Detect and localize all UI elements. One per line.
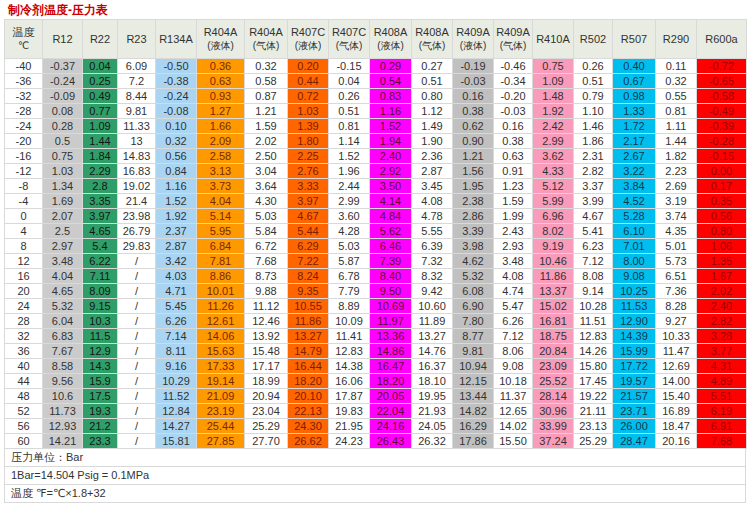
table-row: 204.658.09/4.7110.019.889.357.799.509.42… — [5, 284, 747, 299]
table-notes: 压力单位：Bar 1Bar=14.504 Psig = 0.1MPa 温度 ℉=… — [4, 449, 746, 503]
temperature-cell: 12 — [5, 254, 43, 269]
pressure-cell: 1.90 — [412, 134, 453, 149]
pressure-cell: 5.87 — [329, 254, 370, 269]
pressure-cell: 4.33 — [533, 164, 574, 179]
pressure-cell: 11.97 — [370, 314, 412, 329]
pressure-cell: 14.06 — [197, 329, 245, 344]
pressure-cell: 9.16 — [156, 359, 197, 374]
table-row: -121.032.2916.830.843.133.042.761.962.92… — [5, 164, 747, 179]
pressure-cell: 2.82 — [574, 164, 613, 179]
pressure-cell: 12.61 — [197, 314, 245, 329]
pressure-cell: 1.12 — [412, 104, 453, 119]
pressure-cell: 16.29 — [453, 419, 494, 434]
column-header: R502 — [574, 20, 613, 59]
pressure-cell: 3.22 — [613, 164, 656, 179]
pressure-cell: 1.33 — [613, 104, 656, 119]
pressure-cell: 5.44 — [288, 224, 329, 239]
pressure-cell: 2.87 — [156, 239, 197, 254]
pressure-cell: 11.41 — [329, 329, 370, 344]
pressure-cell: 1.67 — [697, 269, 747, 284]
pressure-cell: 14.02 — [494, 419, 533, 434]
pressure-cell: 15.02 — [533, 299, 574, 314]
pressure-cell: 5.01 — [656, 239, 697, 254]
pressure-cell: 29.83 — [118, 239, 156, 254]
pressure-cell: 0.32 — [156, 134, 197, 149]
pressure-cell: 24.16 — [370, 419, 412, 434]
pressure-cell: 2.02 — [697, 284, 747, 299]
pressure-cell: 10.29 — [156, 374, 197, 389]
pressure-cell: 4.84 — [370, 209, 412, 224]
pressure-cell: 0.63 — [197, 74, 245, 89]
pressure-cell: 14.38 — [329, 359, 370, 374]
pressure-cell: 2.38 — [453, 194, 494, 209]
pressure-cell: / — [118, 284, 156, 299]
pressure-cell: 33.99 — [533, 419, 574, 434]
pressure-cell: 0.5 — [43, 134, 83, 149]
pressure-cell: 8.24 — [288, 269, 329, 284]
pressure-cell: -0.09 — [43, 89, 83, 104]
pressure-cell: 24.05 — [412, 419, 453, 434]
temperature-cell: -16 — [5, 149, 43, 164]
pressure-cell: 0.77 — [83, 104, 118, 119]
pressure-cell: 0.54 — [370, 74, 412, 89]
pressure-table: 温度℃R12R22R23R134AR404A(液体)R404A(气体)R407C… — [4, 19, 747, 449]
column-header: R134A — [156, 20, 197, 59]
pressure-cell: 0.75 — [43, 149, 83, 164]
pressure-cell: 1.03 — [288, 104, 329, 119]
pressure-cell: 2.42 — [533, 119, 574, 134]
pressure-cell: 14.82 — [453, 404, 494, 419]
pressure-cell: 1.06 — [697, 239, 747, 254]
temperature-cell: 24 — [5, 299, 43, 314]
pressure-cell: 0.63 — [494, 149, 533, 164]
column-header: R407C(液体) — [288, 20, 329, 59]
pressure-cell: 7.79 — [329, 284, 370, 299]
pressure-cell: 4.04 — [43, 269, 83, 284]
pressure-cell: 0.55 — [656, 89, 697, 104]
pressure-cell: 3.73 — [197, 179, 245, 194]
pressure-cell: 0.08 — [43, 104, 83, 119]
pressure-cell: 26.00 — [613, 419, 656, 434]
pressure-cell: 13.92 — [245, 329, 288, 344]
column-header: R12 — [43, 20, 83, 59]
pressure-cell: 10.94 — [453, 359, 494, 374]
pressure-cell: 8.02 — [533, 224, 574, 239]
pressure-cell: 17.5 — [83, 389, 118, 404]
pressure-cell: 2.44 — [329, 179, 370, 194]
pressure-cell: / — [118, 299, 156, 314]
pressure-cell: 8.06 — [494, 344, 533, 359]
pressure-cell: 9.27 — [656, 314, 697, 329]
pressure-cell: 8.77 — [453, 329, 494, 344]
pressure-cell: 14.26 — [574, 344, 613, 359]
column-header: R408A(液体) — [370, 20, 412, 59]
pressure-cell: 5.73 — [656, 254, 697, 269]
pressure-cell: 12.69 — [656, 359, 697, 374]
table-row: -40-0.370.046.09-0.500.360.320.20-0.150.… — [5, 59, 747, 74]
pressure-cell: 7.68 — [697, 434, 747, 449]
pressure-cell: -0.24 — [156, 89, 197, 104]
pressure-cell: 12.83 — [574, 329, 613, 344]
table-row: -41.693.3521.41.524.044.303.972.994.144.… — [5, 194, 747, 209]
pressure-cell: 0.38 — [494, 134, 533, 149]
pressure-cell: 10.01 — [197, 284, 245, 299]
pressure-cell: 5.32 — [453, 269, 494, 284]
temperature-cell: -20 — [5, 134, 43, 149]
temperature-cell: 56 — [5, 419, 43, 434]
pressure-cell: 1.48 — [533, 89, 574, 104]
pressure-cell: 0.80 — [697, 224, 747, 239]
temperature-conversion-note: 温度 ℉=℃×1.8+32 — [4, 485, 746, 503]
pressure-cell: 5.4 — [83, 239, 118, 254]
pressure-cell: 4.14 — [370, 194, 412, 209]
pressure-cell: 5.47 — [494, 299, 533, 314]
page-title: 制冷剂温度-压力表 — [0, 0, 750, 19]
pressure-cell: 28.47 — [613, 434, 656, 449]
column-header: R409A(液体) — [453, 20, 494, 59]
pressure-cell: 1.16 — [156, 179, 197, 194]
pressure-cell: 1.94 — [370, 134, 412, 149]
pressure-cell: 5.51 — [697, 389, 747, 404]
pressure-cell: / — [118, 254, 156, 269]
pressure-cell: 2.67 — [613, 149, 656, 164]
pressure-cell: 11.86 — [533, 269, 574, 284]
pressure-cell: 8.00 — [613, 254, 656, 269]
pressure-cell: 6.51 — [656, 269, 697, 284]
temperature-cell: -8 — [5, 179, 43, 194]
